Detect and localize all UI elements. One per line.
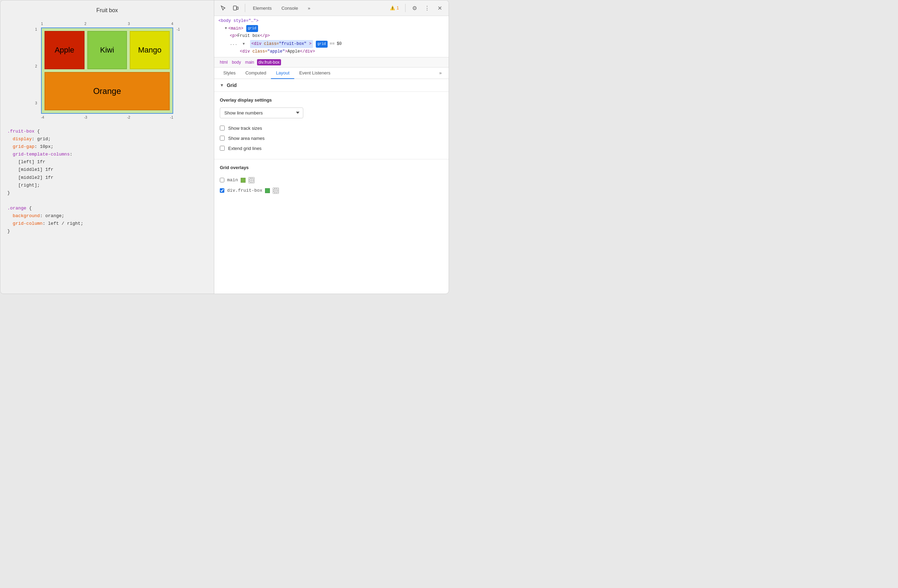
overlay-item-main: main — [220, 175, 443, 185]
dom-area: <body style="…"> ▼ <main> grid <p>Fruit … — [214, 16, 449, 57]
main-grid-badge: grid — [246, 25, 258, 32]
dom-line-body: <body style="…"> — [218, 17, 444, 25]
css-code-block: .fruit-box { display: grid; grid-gap: 10… — [7, 128, 207, 235]
dom-line-apple: <div class="apple">Apple</div> — [218, 48, 444, 56]
tab-styles[interactable]: Styles — [218, 68, 240, 79]
overlay-settings-title: Overlay display settings — [220, 97, 443, 103]
grid-section-label: Grid — [227, 82, 237, 88]
orange-cell: Orange — [45, 72, 170, 110]
close-button[interactable]: ✕ — [435, 3, 444, 13]
device-toggle-button[interactable] — [231, 3, 241, 13]
show-track-sizes-row: Show track sizes — [220, 123, 443, 133]
svg-rect-7 — [274, 189, 278, 193]
dom-line-div-fruitbox: ... ▼ <div class="fruit-box" > grid == $… — [218, 40, 444, 48]
tab-event-listeners[interactable]: Event Listeners — [294, 68, 335, 79]
overlay-item-fruitbox: div.fruit-box — [220, 185, 443, 196]
overlay-main-name: main — [227, 177, 238, 183]
left-numbers: 1 2 3 — [35, 28, 37, 105]
top-numbers: 1 2 3 4 — [41, 22, 173, 26]
tab-elements[interactable]: Elements — [249, 4, 275, 12]
breadcrumb-body[interactable]: body — [231, 59, 242, 65]
show-area-names-label: Show area names — [228, 136, 264, 141]
dom-line-main: ▼ <main> grid — [218, 25, 444, 33]
settings-button[interactable]: ⚙ — [410, 3, 420, 13]
extend-grid-lines-checkbox[interactable] — [220, 146, 224, 151]
panel-tabs: Styles Computed Layout Event Listeners » — [214, 68, 449, 79]
selected-dom-element[interactable]: <div class="fruit-box" > — [250, 40, 313, 48]
dom-line-p: <p>Fruit box</p> — [218, 32, 444, 40]
extend-grid-lines-label: Extend grid lines — [228, 146, 261, 151]
fruit-grid: Apple Kiwi Mango Orange — [41, 28, 173, 114]
fruitbox-grid-badge: grid — [316, 41, 328, 48]
warning-badge: ⚠️ 1 — [388, 5, 401, 11]
breadcrumb: html body main div.fruit-box — [214, 57, 449, 68]
show-track-sizes-checkbox[interactable] — [220, 126, 224, 131]
overlay-fruitbox-checkbox[interactable] — [220, 188, 224, 193]
svg-rect-2 — [249, 178, 254, 182]
tab-computed[interactable]: Computed — [240, 68, 271, 79]
cursor-icon-button[interactable] — [218, 3, 228, 13]
tab-layout[interactable]: Layout — [271, 68, 294, 79]
breadcrumb-main[interactable]: main — [244, 59, 255, 65]
apple-cell: Apple — [45, 31, 85, 69]
grid-visualization: 1 2 3 4 1 2 3 -1 Apple Kiwi Mango Orange… — [32, 20, 182, 121]
overlay-dropdown-row: Show line numbers Show track sizes Show … — [220, 108, 443, 118]
grid-section-header[interactable]: ▼ Grid — [214, 79, 449, 92]
warning-icon: ⚠️ — [390, 6, 395, 11]
grid-overlays-section: Grid overlays main div.fruit- — [214, 159, 449, 202]
header-separator — [245, 4, 245, 12]
header-separator-2 — [405, 4, 406, 12]
overlay-mode-select[interactable]: Show line numbers Show track sizes Show … — [220, 108, 303, 118]
grid-section-arrow: ▼ — [220, 83, 224, 88]
warning-count: 1 — [397, 6, 399, 11]
overlay-fruitbox-grid-icon[interactable] — [273, 188, 279, 194]
overlay-fruitbox-name: div.fruit-box — [227, 188, 262, 193]
bottom-numbers: -4 -3 -2 -1 — [41, 115, 173, 119]
overlay-main-grid-icon[interactable] — [248, 177, 255, 183]
breadcrumb-fruitbox[interactable]: div.fruit-box — [257, 59, 281, 65]
overlay-main-color-swatch[interactable] — [241, 178, 246, 183]
overlay-fruitbox-color-swatch[interactable] — [265, 188, 270, 193]
devtools-header: Elements Console » ⚠️ 1 ⚙ ⋮ ✕ — [214, 0, 449, 16]
tab-console[interactable]: Console — [278, 4, 301, 12]
breadcrumb-html[interactable]: html — [218, 59, 229, 65]
show-area-names-row: Show area names — [220, 133, 443, 143]
panel-title: Fruit box — [7, 7, 207, 14]
mango-cell: Mango — [130, 31, 170, 69]
tab-more-panels[interactable]: » — [437, 68, 444, 79]
grid-overlays-title: Grid overlays — [220, 165, 443, 170]
svg-rect-1 — [237, 7, 238, 9]
devtools-panel: Elements Console » ⚠️ 1 ⚙ ⋮ ✕ <body styl… — [214, 0, 449, 294]
tab-more[interactable]: » — [304, 4, 314, 12]
show-area-names-checkbox[interactable] — [220, 136, 224, 140]
svg-rect-0 — [234, 6, 237, 10]
right-numbers: -1 — [177, 28, 180, 31]
overlay-main-checkbox[interactable] — [220, 178, 224, 182]
panel-content: ▼ Grid Overlay display settings Show lin… — [214, 79, 449, 294]
left-panel: Fruit box 1 2 3 4 1 2 3 -1 Apple Kiwi Ma… — [0, 0, 214, 294]
kiwi-cell: Kiwi — [87, 31, 127, 69]
more-options-button[interactable]: ⋮ — [422, 3, 432, 13]
show-track-sizes-label: Show track sizes — [228, 126, 262, 131]
extend-grid-lines-row: Extend grid lines — [220, 143, 443, 154]
overlay-settings-section: Overlay display settings Show line numbe… — [214, 92, 449, 159]
